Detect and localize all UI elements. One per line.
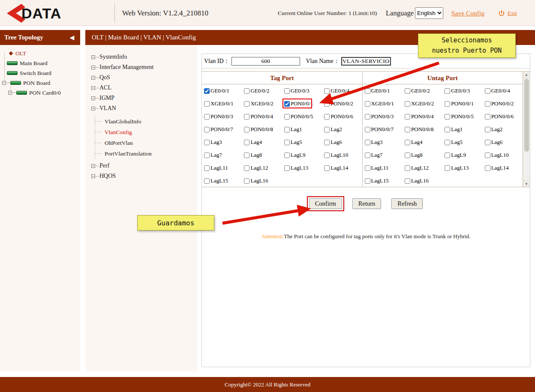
tag-checkbox-pon0-0-6[interactable] <box>324 114 330 120</box>
untag-checkbox-lag5[interactable] <box>445 140 450 145</box>
tag-checkbox-lag5[interactable] <box>284 140 290 145</box>
untag-checkbox-ge0-0-1[interactable] <box>365 88 370 94</box>
tag-checkbox-lagl10[interactable] <box>324 153 330 158</box>
untag-checkbox-lag8[interactable] <box>405 153 410 158</box>
scrollbar-thumb[interactable] <box>524 79 529 152</box>
tag-checkbox-ge0-0-2[interactable] <box>244 88 249 94</box>
tree-node-pon-board[interactable]: PON Board <box>0 78 80 88</box>
tree-expand-icon[interactable] <box>8 91 12 95</box>
tag-checkbox-pon0-0-2[interactable] <box>324 101 330 107</box>
untag-checkbox-ge0-0-3[interactable] <box>445 88 450 94</box>
expand-icon[interactable] <box>91 107 95 111</box>
untag-checkbox-lag6[interactable] <box>485 140 490 145</box>
untag-checkbox-pon0-0-6[interactable] <box>485 114 490 120</box>
menu-item-hqos[interactable]: HQOS <box>85 171 197 181</box>
tree-node-pon-card0-0[interactable]: PON Card0/0 <box>0 88 80 98</box>
untag-checkbox-lag2[interactable] <box>485 127 490 132</box>
tag-checkbox-pon0-0-3[interactable] <box>204 114 210 120</box>
tag-checkbox-lag1[interactable] <box>284 127 290 132</box>
tag-checkbox-lag7[interactable] <box>204 153 210 158</box>
vlan-id-input[interactable] <box>231 57 300 66</box>
tag-checkbox-xge0-0-1[interactable] <box>204 101 210 107</box>
untag-checkbox-pon0-0-2[interactable] <box>485 101 490 107</box>
scroll-down-icon[interactable]: ▼ <box>523 180 530 187</box>
untag-checkbox-pon0-0-5[interactable] <box>445 114 450 120</box>
untag-checkbox-lag3[interactable] <box>365 140 370 145</box>
tag-checkbox-pon0-0-8[interactable] <box>244 127 249 132</box>
refresh-button[interactable]: Refresh <box>391 198 423 209</box>
expand-icon[interactable] <box>91 174 95 178</box>
expand-icon[interactable] <box>91 55 95 59</box>
tag-checkbox-lagl15[interactable] <box>204 178 210 184</box>
scroll-up-icon[interactable]: ▲ <box>523 72 530 78</box>
tag-checkbox-lag4[interactable] <box>244 140 249 145</box>
tag-checkbox-lagl16[interactable] <box>244 178 249 184</box>
tag-checkbox-ge0-0-3[interactable] <box>284 88 290 94</box>
menu-subitem-vlanconfig[interactable]: VlanConfig <box>95 127 197 138</box>
tag-checkbox-lag3[interactable] <box>204 140 210 145</box>
vlan-name-input[interactable] <box>341 57 391 66</box>
menu-subitem-portvlantranslation[interactable]: PortVlanTranslation <box>95 148 197 159</box>
menu-item-acl[interactable]: ACL <box>85 83 197 93</box>
menu-item-systeminfo[interactable]: SystemInfo <box>85 52 197 62</box>
tree-node-switch-board[interactable]: Switch Board <box>0 68 80 78</box>
expand-icon[interactable] <box>91 66 95 69</box>
untag-checkbox-pon0-0-3[interactable] <box>365 114 370 120</box>
untag-checkbox-lagl12[interactable] <box>405 165 410 171</box>
collapse-sidebar-icon[interactable]: ◀ <box>70 30 74 45</box>
tag-checkbox-lag2[interactable] <box>324 127 330 132</box>
untag-checkbox-lag1[interactable] <box>445 127 450 132</box>
tag-checkbox-pon0-0-5[interactable] <box>284 114 290 120</box>
return-button[interactable]: Return <box>352 198 381 209</box>
tag-checkbox-lagl11[interactable] <box>204 165 210 171</box>
untag-checkbox-ge0-0-2[interactable] <box>405 88 410 94</box>
untag-checkbox-lagl16[interactable] <box>405 178 410 184</box>
expand-icon[interactable] <box>91 164 95 168</box>
menu-item-perf[interactable]: Perf <box>85 161 197 171</box>
untag-checkbox-pon0-0-7[interactable] <box>365 127 370 132</box>
untag-checkbox-lag4[interactable] <box>405 140 410 145</box>
language-select[interactable]: English <box>415 7 443 19</box>
tag-checkbox-pon0-0-7[interactable] <box>204 127 210 132</box>
tree-node-olt[interactable]: OLT <box>0 48 80 58</box>
tag-checkbox-lagl9[interactable] <box>284 153 290 158</box>
menu-item-vlan[interactable]: VLAN <box>85 103 197 114</box>
tree-node-main-board[interactable]: Main Board <box>0 58 80 68</box>
untag-checkbox-lagl9[interactable] <box>445 153 450 158</box>
tag-checkbox-ge0-0-4[interactable] <box>324 88 330 94</box>
tree-expand-icon[interactable] <box>2 81 6 85</box>
tag-checkbox-lag8[interactable] <box>244 153 249 158</box>
untag-checkbox-lagl15[interactable] <box>365 178 370 184</box>
untag-checkbox-lag7[interactable] <box>365 153 370 158</box>
untag-checkbox-lagl14[interactable] <box>485 165 490 171</box>
expand-icon[interactable] <box>91 76 95 80</box>
menu-item-igmp[interactable]: IGMP <box>85 93 197 103</box>
untag-checkbox-lagl10[interactable] <box>485 153 490 158</box>
untag-checkbox-lagl11[interactable] <box>365 165 370 171</box>
tag-checkbox-lag6[interactable] <box>324 140 330 145</box>
untag-checkbox-pon0-0-1[interactable] <box>445 101 450 107</box>
tag-checkbox-lagl12[interactable] <box>244 165 249 171</box>
untag-checkbox-pon0-0-8[interactable] <box>405 127 410 132</box>
confirm-button[interactable]: Confirm <box>309 198 342 209</box>
tag-checkbox-lagl13[interactable] <box>284 165 290 171</box>
table-scrollbar[interactable]: ▲ ▼ <box>523 72 530 187</box>
menu-item-interface-management[interactable]: Interface Management <box>85 62 197 72</box>
tag-checkbox-ge0-0-1[interactable] <box>204 88 210 94</box>
untag-checkbox-xge0-0-1[interactable] <box>365 101 370 107</box>
untag-checkbox-ge0-0-4[interactable] <box>485 88 490 94</box>
untag-checkbox-pon0-0-4[interactable] <box>405 114 410 120</box>
tag-checkbox-lagl14[interactable] <box>324 165 330 171</box>
expand-icon[interactable] <box>91 96 95 100</box>
untag-checkbox-lagl13[interactable] <box>445 165 450 171</box>
tag-checkbox-pon0-0-4[interactable] <box>244 114 249 120</box>
exit-link[interactable]: Exit <box>508 10 517 17</box>
exit-group[interactable]: Exit <box>498 0 517 26</box>
tag-checkbox-xge0-0-2[interactable] <box>244 101 249 107</box>
tag-checkbox-pon0-0-1[interactable] <box>284 101 290 107</box>
menu-item-qos[interactable]: QoS <box>85 72 197 83</box>
save-config-link[interactable]: Save Config <box>451 0 484 26</box>
menu-subitem-oltportvlan[interactable]: OltPortVlan <box>95 138 197 148</box>
menu-subitem-vlanglobalinfo[interactable]: VlanGlobalInfo <box>95 116 197 127</box>
untag-checkbox-xge0-0-2[interactable] <box>405 101 410 107</box>
